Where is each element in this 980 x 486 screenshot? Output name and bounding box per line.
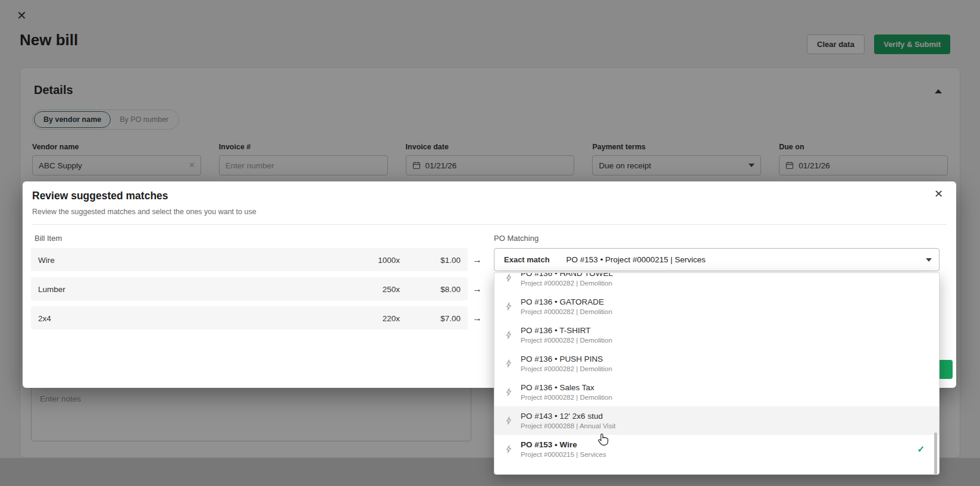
- bolt-icon: [505, 416, 512, 425]
- bill-item-name: Lumber: [38, 284, 65, 293]
- modal-title: Review suggested matches: [32, 190, 168, 202]
- po-option-selected[interactable]: PO #153 • Wire Project #0000215 | Servic…: [494, 435, 939, 463]
- bolt-icon: [505, 331, 512, 339]
- po-option-subtitle: Project #0000215 | Services: [521, 451, 939, 458]
- bill-item-price: $1.00: [440, 255, 461, 264]
- arrow-right-icon: →: [472, 313, 482, 324]
- modal-close-icon[interactable]: ✕: [934, 187, 943, 200]
- po-option-list: PO #136 • HAND TOWEL Project #0000282 | …: [494, 272, 939, 463]
- po-option-subtitle: Project #0000288 | Annual Visit: [521, 422, 939, 429]
- bill-item-qty: 220x: [383, 313, 400, 322]
- scrollbar-thumb[interactable]: [934, 432, 937, 475]
- bill-item-name: Wire: [38, 255, 55, 264]
- po-option[interactable]: PO #136 • T-SHIRT Project #0000282 | Dem…: [494, 321, 939, 349]
- po-option[interactable]: PO #136 • HAND TOWEL Project #0000282 | …: [494, 272, 939, 292]
- po-match-dropdown: PO #136 • HAND TOWEL Project #0000282 | …: [494, 272, 940, 475]
- po-option-subtitle: Project #0000282 | Demolition: [521, 337, 939, 344]
- new-bill-page: ✕ New bill Clear data Verify & Submit De…: [0, 0, 980, 486]
- po-option-hovered[interactable]: PO #143 • 12' 2x6 stud Project #0000288 …: [494, 406, 939, 435]
- modal-subtitle: Review the suggested matches and select …: [32, 208, 256, 216]
- bill-item-qty: 250x: [383, 284, 400, 293]
- arrow-right-icon: →: [472, 255, 482, 265]
- bill-item-price: $7.00: [440, 313, 461, 322]
- bolt-icon: [505, 445, 512, 453]
- check-icon: ✓: [917, 444, 925, 454]
- column-header-po-matching: PO Matching: [494, 234, 538, 243]
- po-option-title: PO #136 • PUSH PINS: [521, 355, 939, 363]
- bill-item-cell: Lumber 250x $8.00: [31, 277, 468, 300]
- po-option[interactable]: PO #136 • PUSH PINS Project #0000282 | D…: [494, 349, 939, 378]
- bill-item-qty: 1000x: [378, 255, 400, 264]
- review-matches-modal: Review suggested matches Review the sugg…: [23, 181, 956, 388]
- po-option-subtitle: Project #0000282 | Demolition: [521, 394, 939, 401]
- bill-item-cell: Wire 1000x $1.00: [31, 248, 468, 271]
- bill-item-price: $8.00: [440, 284, 461, 293]
- po-match-select[interactable]: Exact match PO #153 • Project #0000215 |…: [494, 248, 940, 271]
- po-option[interactable]: PO #136 • GATORADE Project #0000282 | De…: [494, 292, 939, 321]
- po-match-value: PO #153 • Project #0000215 | Services: [566, 255, 706, 264]
- po-option-subtitle: Project #0000282 | Demolition: [521, 365, 939, 372]
- po-option-title: PO #136 • Sales Tax: [521, 383, 939, 392]
- chevron-down-icon: [926, 258, 932, 262]
- divider: [32, 224, 947, 225]
- po-option-title: PO #136 • T-SHIRT: [521, 326, 939, 335]
- po-option-subtitle: Project #0000282 | Demolition: [521, 280, 939, 287]
- exact-match-label: Exact match: [504, 255, 550, 264]
- po-option-title: PO #136 • HAND TOWEL: [521, 272, 939, 278]
- po-option-title: PO #143 • 12' 2x6 stud: [521, 412, 939, 421]
- bill-item-name: 2x4: [38, 313, 51, 322]
- po-option-subtitle: Project #0000282 | Demolition: [521, 308, 939, 315]
- arrow-right-icon: →: [472, 284, 482, 294]
- column-header-bill-item: Bill Item: [35, 234, 62, 243]
- po-option[interactable]: PO #136 • Sales Tax Project #0000282 | D…: [494, 378, 939, 406]
- bolt-icon: [505, 302, 512, 311]
- po-option-title: PO #136 • GATORADE: [521, 297, 939, 306]
- bolt-icon: [505, 274, 512, 282]
- po-option-title: PO #153 • Wire: [521, 440, 939, 449]
- bill-item-cell: 2x4 220x $7.00: [31, 306, 468, 330]
- bolt-icon: [505, 388, 512, 396]
- bolt-icon: [505, 359, 512, 368]
- bill-row: Wire 1000x $1.00 → Exact match PO #153 •…: [31, 248, 948, 271]
